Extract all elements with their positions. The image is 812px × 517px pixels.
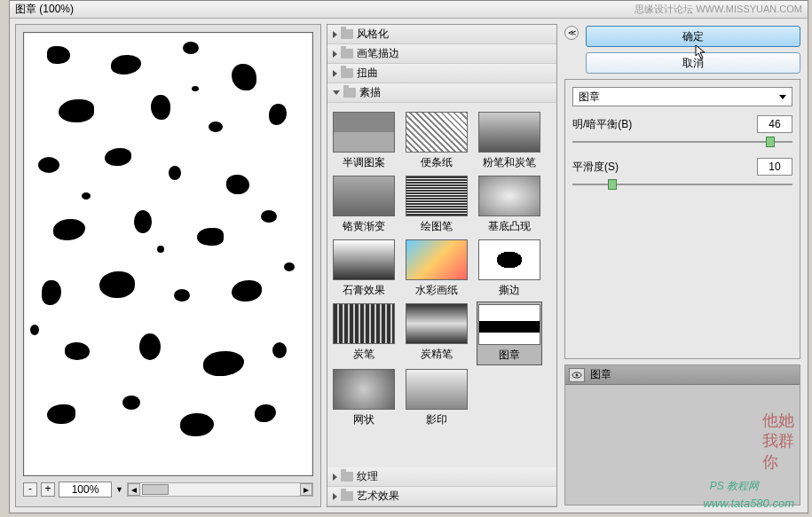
visibility-eye-icon[interactable] bbox=[569, 368, 585, 382]
thumb-image bbox=[478, 176, 540, 216]
thumb-便条纸[interactable]: 便条纸 bbox=[404, 110, 469, 172]
effect-layers-panel: 图章 bbox=[564, 364, 800, 505]
tree-distort[interactable]: 扭曲 bbox=[327, 64, 556, 83]
filter-gallery-pane: 风格化 画笔描边 扭曲 素描 半调图案便条纸粉笔和炭笔铬黄渐变绘图笔基底凸现石膏… bbox=[327, 24, 557, 507]
zoom-in-button[interactable]: + bbox=[41, 482, 55, 497]
triangle-right-icon bbox=[333, 51, 337, 58]
thumb-label: 影印 bbox=[426, 412, 447, 427]
slider-thumb[interactable] bbox=[608, 179, 617, 190]
param-smooth-slider[interactable] bbox=[572, 177, 792, 192]
thumb-image bbox=[406, 239, 468, 280]
settings-panel: 图章 明/暗平衡(B) 46 平滑度(S) 10 bbox=[564, 79, 800, 359]
thumb-image bbox=[333, 112, 395, 153]
thumb-撕边[interactable]: 撕边 bbox=[477, 238, 542, 300]
thumb-image bbox=[478, 112, 540, 153]
folder-icon bbox=[341, 29, 353, 39]
thumb-基底凸现[interactable]: 基底凸现 bbox=[477, 174, 542, 236]
thumb-image bbox=[406, 303, 468, 344]
tree-label: 风格化 bbox=[357, 27, 389, 42]
thumb-铬黄渐变[interactable]: 铬黄渐变 bbox=[331, 174, 397, 236]
thumb-label: 撕边 bbox=[499, 283, 520, 298]
thumb-label: 炭笔 bbox=[353, 347, 374, 362]
preview-pane: - + 100% ▼ ◂ ▸ bbox=[15, 24, 321, 507]
thumb-image bbox=[333, 239, 395, 280]
window-title: 图章 (100%) bbox=[15, 2, 74, 17]
thumb-半调图案[interactable]: 半调图案 bbox=[331, 110, 397, 172]
credit-text: 思缘设计论坛 WWW.MISSYUAN.COM bbox=[635, 3, 802, 16]
thumb-图章[interactable]: 图章 bbox=[477, 302, 542, 365]
thumb-label: 半调图案 bbox=[343, 155, 385, 170]
folder-icon bbox=[341, 68, 353, 78]
titlebar[interactable]: 图章 (100%) 思缘设计论坛 WWW.MISSYUAN.COM bbox=[10, 1, 808, 19]
folder-icon bbox=[341, 472, 353, 482]
param-label: 平滑度(S) bbox=[572, 160, 619, 175]
layer-row[interactable]: 图章 bbox=[565, 365, 800, 385]
param-balance-row: 明/暗平衡(B) 46 bbox=[572, 115, 792, 133]
thumb-label: 炭精笔 bbox=[421, 347, 453, 362]
preview-scrollbar-h[interactable]: ◂ ▸ bbox=[127, 482, 313, 497]
thumb-影印[interactable]: 影印 bbox=[404, 367, 469, 429]
thumb-image bbox=[406, 112, 468, 153]
preview-footer: - + 100% ▼ ◂ ▸ bbox=[23, 480, 313, 499]
thumb-image bbox=[333, 303, 395, 344]
thumb-网状[interactable]: 网状 bbox=[331, 367, 397, 429]
tree-label: 画笔描边 bbox=[357, 46, 399, 61]
tree-artistic[interactable]: 艺术效果 bbox=[327, 487, 556, 506]
chevron-down-icon bbox=[779, 95, 786, 99]
thumb-label: 图章 bbox=[499, 348, 520, 363]
right-pane: ≪ 确定 取消 图章 明/暗平衡(B) 46 bbox=[563, 24, 802, 507]
zoom-value[interactable]: 100% bbox=[59, 482, 112, 497]
thumb-炭笔[interactable]: 炭笔 bbox=[331, 302, 397, 365]
thumb-label: 水彩画纸 bbox=[415, 283, 458, 298]
thumb-label: 网状 bbox=[353, 412, 374, 427]
triangle-right-icon bbox=[333, 70, 337, 77]
preview-canvas[interactable] bbox=[23, 32, 313, 476]
thumb-label: 绘图笔 bbox=[421, 219, 453, 234]
tree-label: 扭曲 bbox=[357, 66, 378, 81]
thumb-水彩画纸[interactable]: 水彩画纸 bbox=[404, 238, 469, 300]
zoom-dropdown-icon[interactable]: ▼ bbox=[115, 485, 123, 494]
zoom-out-button[interactable]: - bbox=[23, 482, 37, 497]
thumb-image bbox=[478, 239, 540, 280]
tree-sketch[interactable]: 素描 bbox=[327, 83, 556, 103]
thumb-label: 便条纸 bbox=[421, 155, 453, 170]
param-smooth-row: 平滑度(S) 10 bbox=[572, 158, 792, 176]
thumb-image bbox=[478, 304, 540, 345]
triangle-down-icon bbox=[333, 90, 340, 95]
thumb-image bbox=[406, 369, 468, 410]
param-smooth-value[interactable]: 10 bbox=[757, 158, 792, 176]
tree-stylize[interactable]: 风格化 bbox=[327, 25, 556, 44]
thumb-label: 石膏效果 bbox=[343, 283, 385, 298]
tree-brush[interactable]: 画笔描边 bbox=[327, 44, 556, 64]
triangle-right-icon bbox=[333, 493, 337, 500]
scroll-right-icon[interactable]: ▸ bbox=[300, 483, 312, 496]
dialog-window: 图章 (100%) 思缘设计论坛 WWW.MISSYUAN.COM bbox=[9, 0, 808, 513]
ok-button[interactable]: 确定 bbox=[586, 26, 800, 47]
thumb-label: 铬黄渐变 bbox=[343, 219, 385, 234]
thumb-石膏效果[interactable]: 石膏效果 bbox=[331, 238, 397, 300]
scroll-left-icon[interactable]: ◂ bbox=[128, 483, 140, 496]
thumb-label: 基底凸现 bbox=[488, 219, 531, 234]
param-balance-value[interactable]: 46 bbox=[757, 115, 792, 133]
thumb-炭精笔[interactable]: 炭精笔 bbox=[404, 302, 469, 365]
tree-texture[interactable]: 纹理 bbox=[327, 467, 556, 487]
thumb-image bbox=[333, 369, 395, 410]
thumb-绘图笔[interactable]: 绘图笔 bbox=[404, 174, 469, 236]
thumb-label: 粉笔和炭笔 bbox=[483, 155, 536, 170]
thumbnails-area: 半调图案便条纸粉笔和炭笔铬黄渐变绘图笔基底凸现石膏效果水彩画纸撕边炭笔炭精笔图章… bbox=[327, 103, 556, 467]
cancel-button[interactable]: 取消 bbox=[586, 52, 800, 74]
tree-label: 素描 bbox=[359, 85, 381, 100]
scroll-thumb[interactable] bbox=[142, 484, 169, 495]
slider-thumb[interactable] bbox=[766, 137, 775, 147]
layer-name: 图章 bbox=[590, 367, 611, 382]
filter-dropdown[interactable]: 图章 bbox=[572, 87, 792, 106]
thumb-粉笔和炭笔[interactable]: 粉笔和炭笔 bbox=[477, 110, 542, 172]
svg-point-1 bbox=[576, 373, 579, 376]
param-label: 明/暗平衡(B) bbox=[572, 117, 632, 132]
folder-icon bbox=[343, 88, 356, 98]
triangle-right-icon bbox=[333, 474, 337, 481]
collapse-toggle[interactable]: ≪ bbox=[564, 26, 579, 40]
folder-icon bbox=[341, 49, 353, 59]
tree-label: 纹理 bbox=[357, 469, 378, 484]
param-balance-slider[interactable] bbox=[572, 135, 792, 149]
